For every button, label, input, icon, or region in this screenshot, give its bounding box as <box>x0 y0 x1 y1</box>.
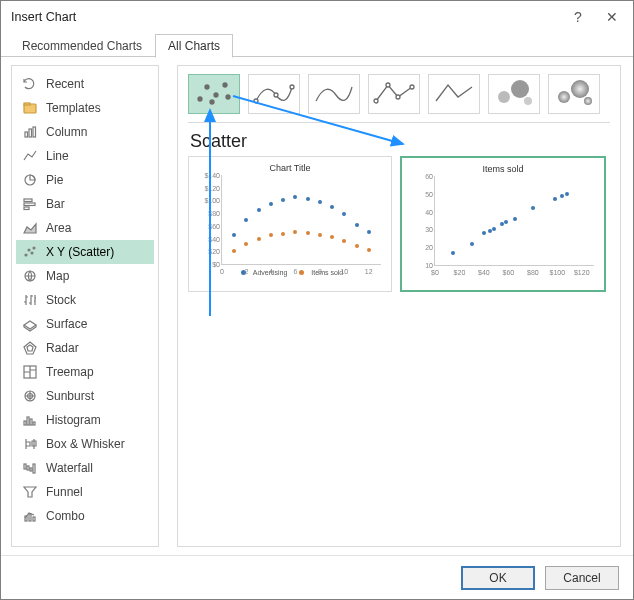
sidebar-item-x-y-scatter[interactable]: X Y (Scatter) <box>16 240 154 264</box>
close-button[interactable]: ✕ <box>595 5 629 29</box>
sidebar-item-treemap[interactable]: Treemap <box>16 360 154 384</box>
column-icon <box>22 124 38 140</box>
bubble-3d-icon <box>552 77 596 112</box>
sidebar-item-label: Sunburst <box>46 389 94 403</box>
svg-marker-14 <box>24 342 36 354</box>
sidebar-item-surface[interactable]: Surface <box>16 312 154 336</box>
svg-rect-20 <box>27 417 29 425</box>
sidebar-item-stock[interactable]: Stock <box>16 288 154 312</box>
svg-rect-19 <box>24 421 26 425</box>
sidebar-item-label: Box & Whisker <box>46 437 125 451</box>
svg-rect-22 <box>33 422 35 425</box>
dialog-body: RecentTemplatesColumnLinePieBarAreaX Y (… <box>1 57 633 555</box>
svg-point-37 <box>274 93 278 97</box>
svg-point-38 <box>290 85 294 89</box>
ok-button[interactable]: OK <box>461 566 535 590</box>
subtype-scatter-smooth[interactable] <box>308 74 360 114</box>
sidebar-item-histogram[interactable]: Histogram <box>16 408 154 432</box>
sidebar-item-funnel[interactable]: Funnel <box>16 480 154 504</box>
svg-marker-15 <box>27 345 33 351</box>
tab-all-charts[interactable]: All Charts <box>155 34 233 58</box>
tab-recommended[interactable]: Recommended Charts <box>9 34 155 58</box>
sidebar-item-pie[interactable]: Pie <box>16 168 154 192</box>
sidebar-item-label: Stock <box>46 293 76 307</box>
sidebar-item-bar[interactable]: Bar <box>16 192 154 216</box>
svg-rect-2 <box>25 132 28 137</box>
preview-right[interactable]: Items sold102030405060$0$20$40$60$80$100… <box>400 156 606 292</box>
svg-rect-21 <box>30 419 32 425</box>
sidebar-item-label: Waterfall <box>46 461 93 475</box>
svg-rect-1 <box>24 103 30 105</box>
bubble-icon <box>492 77 536 112</box>
sidebar-item-label: Radar <box>46 341 79 355</box>
sidebar-item-label: Recent <box>46 77 84 91</box>
subtype-bubble-3d[interactable] <box>548 74 600 114</box>
sidebar-item-combo[interactable]: Combo <box>16 504 154 528</box>
subtype-title: Scatter <box>190 131 610 152</box>
tab-strip: Recommended Charts All Charts <box>1 33 633 57</box>
sidebar-item-waterfall[interactable]: Waterfall <box>16 456 154 480</box>
radar-icon <box>22 340 38 356</box>
svg-point-9 <box>25 254 27 256</box>
sidebar-item-label: Templates <box>46 101 101 115</box>
sidebar-item-recent[interactable]: Recent <box>16 72 154 96</box>
sidebar-item-sunburst[interactable]: Sunburst <box>16 384 154 408</box>
sidebar-item-area[interactable]: Area <box>16 216 154 240</box>
subtype-scatter-plain[interactable] <box>188 74 240 114</box>
svg-point-40 <box>386 83 390 87</box>
svg-point-43 <box>498 91 510 103</box>
sunburst-icon <box>22 388 38 404</box>
cancel-button[interactable]: Cancel <box>545 566 619 590</box>
funnel-icon <box>22 484 38 500</box>
sidebar-item-line[interactable]: Line <box>16 144 154 168</box>
preview-left[interactable]: Chart Title$0$20$40$60$80$100$120$140024… <box>188 156 392 292</box>
area-icon <box>22 220 38 236</box>
svg-point-42 <box>410 85 414 89</box>
subtype-scatter-straight[interactable] <box>428 74 480 114</box>
help-button[interactable]: ? <box>561 5 595 29</box>
chart-title: Items sold <box>408 164 598 174</box>
sidebar-item-box-whisker[interactable]: Box & Whisker <box>16 432 154 456</box>
svg-rect-4 <box>33 127 36 137</box>
sidebar-item-radar[interactable]: Radar <box>16 336 154 360</box>
subtype-bubble[interactable] <box>488 74 540 114</box>
svg-point-33 <box>210 100 214 104</box>
scatter-straight-icon <box>432 77 476 112</box>
sidebar-item-label: Combo <box>46 509 85 523</box>
svg-rect-26 <box>33 464 35 473</box>
svg-rect-23 <box>24 464 26 469</box>
preview-row: Chart Title$0$20$40$60$80$100$120$140024… <box>188 156 610 292</box>
map-icon <box>22 268 38 284</box>
dialog-title: Insert Chart <box>11 10 561 24</box>
subtype-scatter-smooth-markers[interactable] <box>248 74 300 114</box>
scatter-icon <box>22 244 38 260</box>
svg-point-47 <box>571 80 589 98</box>
svg-point-36 <box>254 99 258 103</box>
sidebar-item-label: Area <box>46 221 71 235</box>
sidebar-item-label: Bar <box>46 197 65 211</box>
svg-point-30 <box>198 97 202 101</box>
chart-type-list: RecentTemplatesColumnLinePieBarAreaX Y (… <box>11 65 159 547</box>
sidebar-item-label: Funnel <box>46 485 83 499</box>
subtype-scatter-straight-markers[interactable] <box>368 74 420 114</box>
line-icon <box>22 148 38 164</box>
subtype-strip <box>188 74 610 123</box>
sidebar-item-column[interactable]: Column <box>16 120 154 144</box>
svg-point-44 <box>511 80 529 98</box>
box-whisker-icon <box>22 436 38 452</box>
chart-type-detail: Scatter Chart Title$0$20$40$60$80$100$12… <box>177 65 621 547</box>
dialog-footer: OK Cancel <box>1 555 633 599</box>
svg-rect-24 <box>27 466 29 470</box>
svg-point-32 <box>214 93 218 97</box>
insert-chart-dialog: Insert Chart ? ✕ Recommended Charts All … <box>0 0 634 600</box>
sidebar-item-label: X Y (Scatter) <box>46 245 114 259</box>
sidebar-item-templates[interactable]: Templates <box>16 96 154 120</box>
svg-point-11 <box>31 252 33 254</box>
svg-point-48 <box>584 97 592 105</box>
sidebar-item-map[interactable]: Map <box>16 264 154 288</box>
chart-title: Chart Title <box>195 163 385 173</box>
scatter-smooth-icon <box>312 77 356 112</box>
svg-point-31 <box>205 85 209 89</box>
templates-icon <box>22 100 38 116</box>
combo-icon <box>22 508 38 524</box>
